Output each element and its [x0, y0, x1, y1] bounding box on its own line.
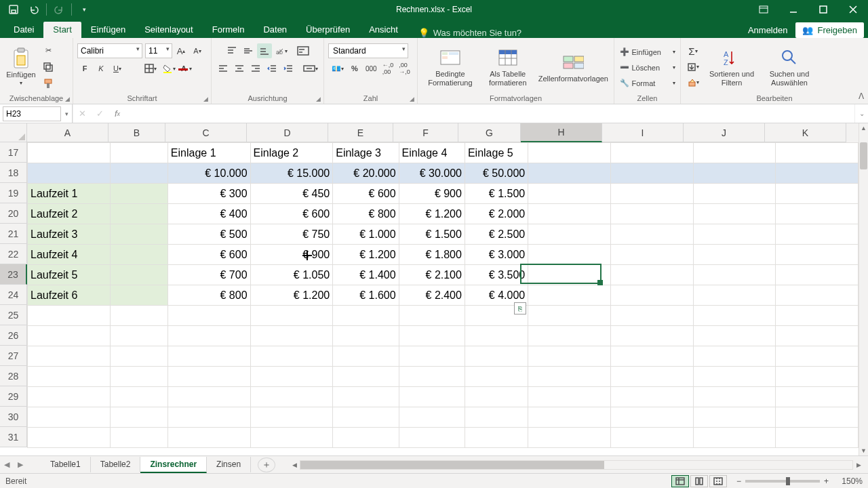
- cell[interactable]: [110, 367, 167, 387]
- cell[interactable]: [610, 265, 693, 285]
- cell[interactable]: [693, 367, 776, 387]
- comma-format-icon[interactable]: 000: [363, 61, 379, 76]
- column-header[interactable]: E: [328, 123, 393, 142]
- cell[interactable]: € 800: [333, 204, 399, 224]
- cell[interactable]: [693, 265, 776, 285]
- sign-in-link[interactable]: Anmelden: [741, 22, 795, 38]
- tab-review[interactable]: Überprüfen: [296, 22, 359, 38]
- row-header[interactable]: 21: [0, 224, 27, 244]
- cell[interactable]: [693, 224, 776, 245]
- tab-insert[interactable]: Einfügen: [81, 22, 135, 38]
- cell[interactable]: Laufzeit 5: [28, 265, 111, 285]
- align-left-icon[interactable]: [216, 61, 231, 76]
- cell[interactable]: [528, 265, 611, 285]
- cell[interactable]: [110, 184, 167, 204]
- cell[interactable]: [776, 163, 859, 184]
- align-bottom-icon[interactable]: [257, 43, 272, 58]
- cell[interactable]: [776, 367, 859, 387]
- cell[interactable]: [776, 428, 859, 448]
- cell[interactable]: [465, 428, 528, 448]
- cell[interactable]: € 1.050: [250, 265, 333, 285]
- cell[interactable]: [110, 306, 167, 326]
- cell[interactable]: € 1.400: [333, 265, 399, 285]
- decrease-font-icon[interactable]: A▾: [190, 43, 205, 58]
- number-launcher-icon[interactable]: ◢: [410, 96, 414, 102]
- cell[interactable]: [167, 428, 250, 448]
- row-header[interactable]: 17: [0, 142, 27, 163]
- vscroll-thumb[interactable]: [860, 142, 867, 169]
- tab-data[interactable]: Daten: [254, 22, 296, 38]
- insert-cells-button[interactable]: ➕Einfügen▾: [618, 45, 677, 60]
- column-header[interactable]: J: [684, 123, 765, 142]
- cell[interactable]: [333, 407, 399, 428]
- cell[interactable]: € 2.500: [465, 224, 528, 245]
- cell[interactable]: € 3.000: [465, 245, 528, 265]
- page-layout-view-icon[interactable]: [690, 475, 708, 487]
- align-center-icon[interactable]: [232, 61, 247, 76]
- bold-button[interactable]: F: [77, 61, 92, 76]
- cell[interactable]: € 600: [250, 204, 333, 224]
- qat-customize-icon[interactable]: ▾: [76, 1, 92, 18]
- cell[interactable]: € 3.500: [465, 265, 528, 285]
- normal-view-icon[interactable]: [671, 475, 689, 487]
- cell[interactable]: Einlage 2: [250, 143, 333, 163]
- cut-icon[interactable]: ✂: [41, 43, 56, 58]
- expand-formula-bar-icon[interactable]: ⌄: [854, 104, 868, 123]
- cell[interactable]: € 900: [250, 245, 333, 265]
- name-box-dropdown-icon[interactable]: ▾: [64, 110, 72, 117]
- cell[interactable]: € 600: [333, 184, 399, 204]
- cell[interactable]: [465, 346, 528, 367]
- cell[interactable]: [110, 265, 167, 285]
- copy-icon[interactable]: [41, 60, 56, 75]
- percent-format-icon[interactable]: %: [347, 61, 362, 76]
- orientation-icon[interactable]: ab▾: [273, 43, 290, 58]
- row-header[interactable]: 26: [0, 325, 27, 346]
- cell[interactable]: € 2.100: [399, 265, 465, 285]
- cell[interactable]: [28, 306, 111, 326]
- cell[interactable]: Laufzeit 6: [28, 285, 111, 306]
- cell[interactable]: [110, 428, 167, 448]
- cell[interactable]: € 1.500: [399, 224, 465, 245]
- row-header[interactable]: 31: [0, 427, 27, 447]
- row-header[interactable]: 27: [0, 346, 27, 366]
- cell[interactable]: € 1.200: [250, 285, 333, 306]
- align-middle-icon[interactable]: [241, 43, 256, 58]
- column-header[interactable]: C: [165, 123, 247, 142]
- italic-button[interactable]: K: [94, 61, 108, 76]
- row-header[interactable]: 29: [0, 386, 27, 407]
- cell[interactable]: [399, 367, 465, 387]
- align-right-icon[interactable]: [248, 61, 263, 76]
- maximize-icon[interactable]: [808, 0, 838, 19]
- select-all-corner[interactable]: [0, 123, 27, 142]
- cell[interactable]: [776, 407, 859, 428]
- cell[interactable]: € 450: [250, 184, 333, 204]
- cell[interactable]: [28, 387, 111, 407]
- cell[interactable]: [528, 224, 611, 245]
- cell[interactable]: [110, 346, 167, 367]
- collapse-ribbon-icon[interactable]: ᐱ: [859, 92, 864, 101]
- cell[interactable]: [465, 407, 528, 428]
- vertical-scrollbar[interactable]: ▲ ▼: [859, 123, 868, 455]
- cell[interactable]: [333, 428, 399, 448]
- cell[interactable]: [110, 163, 167, 184]
- cell[interactable]: [167, 326, 250, 346]
- cell[interactable]: [28, 407, 111, 428]
- cell-styles-button[interactable]: Zellenformatvorlagen: [537, 49, 610, 85]
- row-headers[interactable]: 171819202122232425262728293031: [0, 142, 27, 447]
- cell[interactable]: Einlage 4: [399, 143, 465, 163]
- cell[interactable]: [28, 367, 111, 387]
- tab-file[interactable]: Datei: [4, 22, 43, 38]
- cell[interactable]: € 800: [167, 285, 250, 306]
- cell[interactable]: [693, 326, 776, 346]
- name-box[interactable]: [3, 106, 61, 121]
- row-header[interactable]: 30: [0, 407, 27, 427]
- cell[interactable]: [610, 306, 693, 326]
- add-sheet-button[interactable]: ＋: [258, 458, 275, 472]
- column-header[interactable]: A: [27, 123, 108, 142]
- cell[interactable]: € 1.800: [399, 245, 465, 265]
- fill-icon[interactable]: ▾: [685, 60, 701, 75]
- format-painter-icon[interactable]: [41, 76, 56, 91]
- column-header[interactable]: G: [458, 123, 521, 142]
- cell[interactable]: € 400: [167, 204, 250, 224]
- cell[interactable]: [528, 285, 611, 306]
